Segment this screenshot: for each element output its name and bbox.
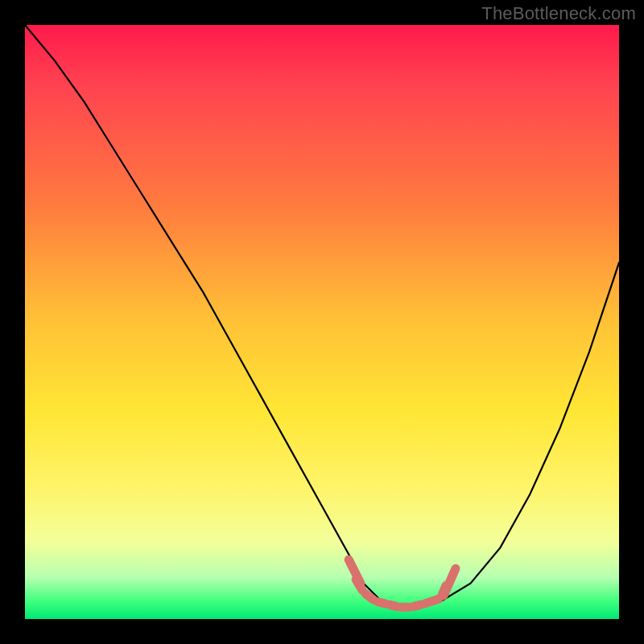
svg-line-1 <box>365 594 374 601</box>
plot-area <box>25 25 619 619</box>
chart-frame: TheBottleneck.com <box>0 0 644 644</box>
trough-markers <box>349 559 456 607</box>
svg-line-5 <box>413 605 420 606</box>
svg-line-3 <box>390 605 398 606</box>
watermark-text: TheBottleneck.com <box>481 3 636 24</box>
bottleneck-curve <box>25 25 619 619</box>
svg-line-8 <box>349 559 361 584</box>
svg-line-9 <box>444 568 456 595</box>
svg-line-7 <box>442 586 446 597</box>
curve-line <box>25 25 619 607</box>
svg-line-6 <box>425 599 439 604</box>
svg-line-2 <box>378 602 385 604</box>
svg-line-0 <box>356 580 362 590</box>
